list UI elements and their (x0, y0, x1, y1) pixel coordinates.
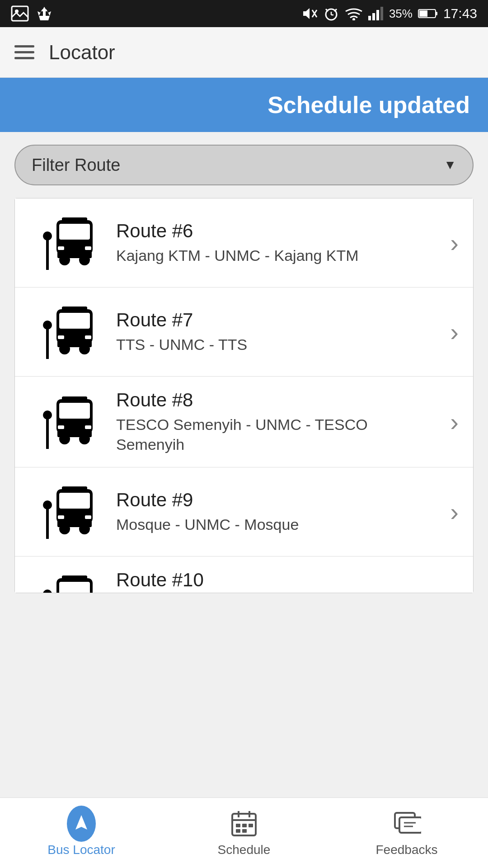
bus-stop-icon (29, 390, 102, 453)
status-bar: 35% 17:43 (0, 0, 488, 27)
bus-stop-icon (29, 211, 102, 274)
status-bar-left (11, 5, 52, 22)
svg-rect-9 (372, 13, 375, 20)
nav-item-feedbacks[interactable]: Feedbacks (325, 798, 488, 868)
route-item[interactable]: Route #8 TESCO Semenyih - UNMC - TESCO S… (15, 377, 473, 467)
route-number: Route #9 (116, 489, 436, 511)
svg-rect-42 (58, 425, 64, 429)
svg-point-55 (43, 590, 52, 593)
svg-rect-53 (85, 515, 91, 519)
wifi-icon (345, 7, 363, 20)
route-item[interactable]: Route #7 TTS - UNMC - TTS › (15, 288, 473, 377)
svg-rect-58 (59, 582, 90, 593)
alarm-icon (323, 5, 339, 22)
hamburger-line-3 (14, 57, 34, 59)
route-number: Route #8 (116, 389, 436, 411)
route-info: Route #10 (116, 569, 459, 593)
svg-point-7 (352, 18, 355, 20)
mute-icon (300, 5, 318, 22)
app-bar: Locator (0, 27, 488, 78)
filter-route-dropdown[interactable]: Filter Route ▼ (14, 145, 474, 185)
svg-rect-46 (46, 505, 49, 539)
banner-text: Schedule updated (267, 91, 470, 118)
route-item[interactable]: Route #9 Mosque - UNMC - Mosque › (15, 467, 473, 557)
route-item-partial[interactable]: Route #10 (15, 557, 473, 593)
bus-stop-icon (29, 480, 102, 543)
svg-rect-67 (236, 829, 240, 833)
nav-item-schedule[interactable]: Schedule (163, 798, 325, 868)
app-title: Locator (49, 41, 115, 64)
svg-rect-24 (62, 217, 87, 222)
signal-icon (368, 7, 384, 20)
chevron-down-icon: ▼ (444, 158, 456, 172)
svg-rect-23 (85, 246, 91, 250)
battery-icon (418, 8, 438, 19)
hamburger-menu-button[interactable] (14, 45, 34, 59)
svg-rect-18 (59, 224, 90, 240)
svg-rect-26 (46, 325, 49, 359)
image-icon (11, 5, 29, 22)
filter-container: Filter Route ▼ (0, 132, 488, 198)
route-number: Route #10 (116, 569, 459, 591)
svg-rect-13 (419, 10, 427, 17)
svg-rect-36 (46, 415, 49, 449)
svg-rect-31 (57, 340, 92, 347)
svg-rect-0 (12, 6, 28, 21)
svg-rect-16 (46, 236, 49, 270)
svg-rect-54 (62, 486, 87, 491)
route-info: Route #7 TTS - UNMC - TTS (116, 309, 436, 354)
route-info: Route #8 TESCO Semenyih - UNMC - TESCO S… (116, 389, 436, 454)
chevron-right-icon: › (450, 497, 459, 527)
svg-rect-28 (59, 313, 90, 329)
nav-item-bus-locator[interactable]: Bus Locator (0, 798, 163, 868)
route-description: Mosque - UNMC - Mosque (116, 514, 436, 534)
time-display: 17:43 (443, 6, 477, 21)
schedule-banner: Schedule updated (0, 78, 488, 132)
svg-rect-10 (376, 10, 379, 20)
svg-rect-51 (57, 520, 92, 527)
route-info: Route #9 Mosque - UNMC - Mosque (116, 489, 436, 534)
nav-schedule-icon (230, 809, 258, 838)
chevron-right-icon: › (450, 228, 459, 258)
nav-schedule-label: Schedule (218, 843, 271, 857)
route-item[interactable]: Route #6 Kajang KTM - UNMC - Kajang KTM … (15, 198, 473, 288)
svg-rect-41 (57, 430, 92, 437)
svg-rect-48 (59, 493, 90, 509)
chevron-right-icon: › (450, 317, 459, 347)
svg-rect-43 (85, 425, 91, 429)
battery-percentage: 35% (389, 7, 413, 21)
svg-rect-33 (85, 335, 91, 339)
svg-rect-68 (242, 829, 247, 833)
svg-rect-64 (236, 824, 240, 827)
svg-rect-44 (62, 396, 87, 401)
route-description: TESCO Semenyih - UNMC - TESCO Semenyih (116, 415, 436, 454)
chevron-right-icon: › (450, 407, 459, 437)
nav-bus-locator-icon (67, 809, 96, 838)
bus-stop-icon (29, 300, 102, 363)
route-description: TTS - UNMC - TTS (116, 335, 436, 354)
svg-rect-59 (62, 576, 87, 580)
svg-rect-66 (249, 824, 253, 827)
svg-rect-14 (436, 12, 437, 15)
svg-rect-22 (58, 246, 64, 250)
nav-feedbacks-icon (392, 809, 421, 838)
route-number: Route #6 (116, 220, 436, 242)
svg-rect-65 (242, 824, 247, 827)
nav-feedbacks-label: Feedbacks (376, 843, 438, 857)
svg-rect-32 (58, 335, 64, 339)
hamburger-line-1 (14, 45, 34, 47)
svg-rect-21 (57, 251, 92, 258)
route-list: Route #6 Kajang KTM - UNMC - Kajang KTM … (14, 198, 474, 593)
hamburger-line-2 (14, 51, 34, 53)
svg-rect-11 (380, 7, 383, 20)
route-description: Kajang KTM - UNMC - Kajang KTM (116, 245, 436, 265)
svg-rect-70 (399, 817, 421, 833)
svg-rect-8 (368, 16, 371, 20)
route-info: Route #6 Kajang KTM - UNMC - Kajang KTM (116, 220, 436, 265)
route-number: Route #7 (116, 309, 436, 331)
recycle-icon (36, 5, 52, 22)
svg-rect-52 (58, 515, 64, 519)
svg-rect-38 (59, 403, 90, 419)
filter-label: Filter Route (32, 156, 120, 175)
bottom-nav: Bus Locator Schedule (0, 797, 488, 868)
